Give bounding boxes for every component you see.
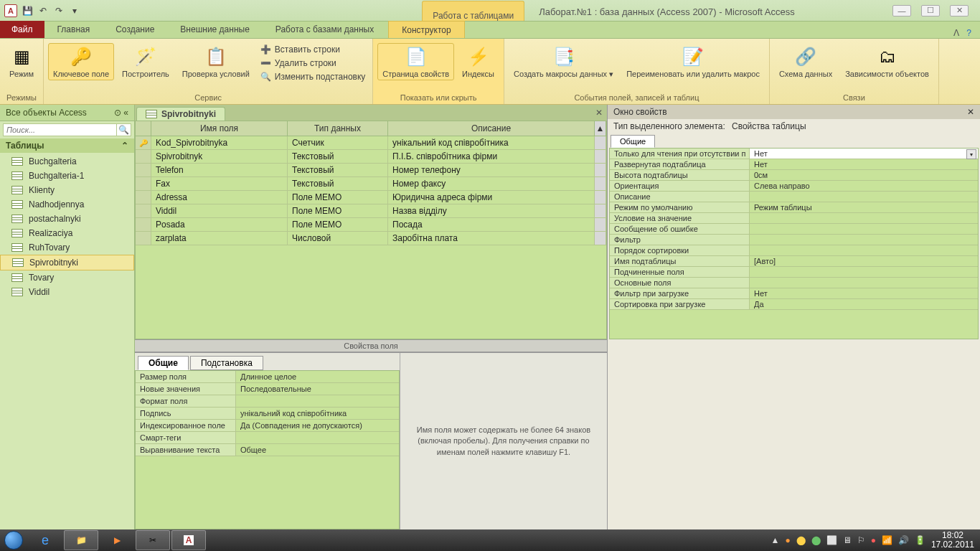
taskbar-explorer[interactable]: 📁	[64, 530, 98, 550]
modify-lookup-button[interactable]: 🔍Изменить подстановку	[258, 70, 368, 83]
dropdown-icon[interactable]: ▾	[966, 149, 976, 159]
undo-icon[interactable]: ↶	[37, 5, 49, 17]
fp-row[interactable]: Новые значенияПоследовательные	[136, 383, 399, 395]
field-row[interactable]: 🔑Kod_SpivrobitnykaСчетчикунікальний код …	[136, 136, 606, 150]
relationships-button[interactable]: 🔗 Схема данных	[774, 43, 837, 80]
search-input[interactable]	[3, 123, 117, 136]
pw-row[interactable]: Описание	[610, 192, 978, 202]
pw-row[interactable]: Развернутая подтаблицаНет	[610, 159, 978, 170]
save-icon[interactable]: 💾	[22, 5, 33, 17]
dependencies-button[interactable]: 🗂 Зависимости объектов	[840, 43, 934, 80]
property-sheet-button[interactable]: 📄 Страница свойств	[377, 43, 454, 80]
nav-item-klienty[interactable]: Klienty	[0, 183, 134, 197]
tray-icon[interactable]: 🖥	[843, 535, 852, 545]
qat-dropdown-icon[interactable]: ▾	[69, 5, 80, 17]
pw-row[interactable]: Высота подтаблицы0см	[610, 170, 978, 181]
create-macros-button[interactable]: 📑 Создать макросы данных ▾	[509, 43, 618, 80]
tray-icon[interactable]: ●	[871, 535, 876, 545]
battery-icon[interactable]: 🔋	[915, 535, 925, 545]
tray-icon[interactable]: ⬤	[811, 535, 821, 545]
tray-icon[interactable]: ⬤	[796, 535, 806, 545]
clock[interactable]: 18:02 17.02.2011	[931, 531, 974, 550]
pw-row[interactable]: Порядок сортировки	[610, 245, 978, 256]
fp-row[interactable]: Формат поля	[136, 395, 399, 408]
taskbar-ie[interactable]: e	[28, 530, 62, 550]
nav-item-tovary[interactable]: Tovary	[0, 270, 134, 285]
nav-item-nadhodjennya[interactable]: Nadhodjennya	[0, 197, 134, 212]
nav-section-tables[interactable]: Таблицы ⌃	[0, 138, 134, 153]
pw-row[interactable]: Условие на значение	[610, 213, 978, 224]
close-button[interactable]: ✕	[950, 5, 969, 17]
pw-grid[interactable]: Только для чтения при отсутствии пНет▾Ра…	[609, 148, 979, 339]
field-row[interactable]: TelefonТекстовыйНомер телефону	[136, 164, 606, 177]
pw-row[interactable]: Подчиненные поля	[610, 267, 978, 278]
tray-icon[interactable]: ⚐	[857, 535, 865, 545]
taskbar-snip[interactable]: ✂	[136, 530, 170, 550]
close-icon[interactable]: ✕	[967, 107, 974, 117]
tray-icon[interactable]: ⬜	[826, 535, 837, 545]
close-tab-icon[interactable]: ✕	[595, 108, 603, 118]
indexes-button[interactable]: ⚡ Индексы	[457, 43, 499, 80]
minimize-ribbon-icon[interactable]: ᐱ	[953, 28, 959, 38]
tab-home[interactable]: Главная	[44, 21, 103, 38]
taskbar-access[interactable]: A	[171, 530, 206, 550]
scroll-up-icon[interactable]: ▲	[595, 121, 606, 136]
pw-row[interactable]: Основные поля	[610, 278, 978, 288]
pw-row[interactable]: Фильтр	[610, 235, 978, 245]
grid-blank[interactable]	[136, 245, 606, 339]
help-icon[interactable]: ?	[966, 28, 971, 38]
primary-key-button[interactable]: 🔑 Ключевое поле	[48, 43, 114, 80]
nav-item-ruhtovary[interactable]: RuhTovary	[0, 240, 134, 255]
fp-tab-lookup[interactable]: Подстановка	[190, 356, 263, 370]
nav-item-spivrobitnyki[interactable]: Spivrobitnyki	[0, 255, 134, 270]
doc-tab-spivrobitnyki[interactable]: Spivrobitnyki	[136, 107, 225, 121]
delete-rows-button[interactable]: ➖Удалить строки	[258, 57, 368, 70]
redo-icon[interactable]: ↷	[53, 5, 65, 17]
fp-row[interactable]: Смарт-теги	[136, 432, 399, 444]
file-tab[interactable]: Файл	[0, 21, 44, 38]
search-icon[interactable]: 🔍	[117, 123, 131, 136]
pw-tab-general[interactable]: Общие	[611, 135, 655, 148]
start-button[interactable]	[0, 529, 27, 551]
pw-row[interactable]: Сообщение об ошибке	[610, 224, 978, 235]
pw-row[interactable]: Сортировка при загрузкеДа	[610, 299, 978, 310]
nav-item-postachalnyki[interactable]: postachalnyki	[0, 212, 134, 226]
fp-row[interactable]: Размер поляДлинное целое	[136, 371, 399, 383]
network-icon[interactable]: 📶	[882, 535, 892, 545]
nav-item-buchgalteria[interactable]: Buchgalteria	[0, 154, 134, 169]
insert-rows-button[interactable]: ➕Вставить строки	[258, 43, 368, 56]
nav-header[interactable]: Все объекты Access ⊙ «	[0, 105, 134, 121]
validation-button[interactable]: 📋 Проверка условий	[177, 43, 255, 80]
rename-macro-button[interactable]: 📝 Переименовать или удалить макрос	[621, 43, 765, 80]
builder-button[interactable]: 🪄 Построитель	[117, 43, 174, 80]
nav-item-viddil[interactable]: Viddil	[0, 285, 134, 299]
field-row[interactable]: PosadaПоле МЕМОПосада	[136, 218, 606, 232]
field-row[interactable]: FaxТекстовыйНомер факсу	[136, 177, 606, 191]
field-row[interactable]: SpivrobitnykТекстовыйП.І.Б. співробітник…	[136, 150, 606, 164]
tab-database-tools[interactable]: Работа с базами данных	[263, 21, 387, 38]
pw-row[interactable]: Фильтр при загрузкеНет	[610, 288, 978, 299]
tab-design[interactable]: Конструктор	[388, 21, 464, 38]
fp-row[interactable]: Индексированное полеДа (Совпадения не до…	[136, 420, 399, 432]
fp-row[interactable]: Подписьунікальний код співробітника	[136, 408, 399, 420]
minimize-button[interactable]: —	[892, 5, 911, 17]
volume-icon[interactable]: 🔊	[898, 535, 909, 545]
pw-row[interactable]: Только для чтения при отсутствии пНет▾	[610, 149, 978, 159]
nav-collapse-icon[interactable]: ⊙ «	[114, 108, 128, 118]
taskbar-media[interactable]: ▶	[100, 530, 134, 550]
tray-icon[interactable]: ●	[785, 535, 790, 545]
field-row[interactable]: ViddilПоле МЕМОНазва відділу	[136, 204, 606, 218]
grid-body[interactable]: 🔑Kod_SpivrobitnykaСчетчикунікальний код …	[136, 136, 606, 245]
fp-grid[interactable]: Размер поляДлинное целоеНовые значенияПо…	[135, 370, 400, 529]
tab-external-data[interactable]: Внешние данные	[167, 21, 263, 38]
fp-tab-general[interactable]: Общие	[138, 356, 189, 370]
pw-row[interactable]: ОриентацияСлева направо	[610, 181, 978, 192]
view-button[interactable]: ▦ Режим	[4, 43, 39, 80]
nav-item-realizaciya[interactable]: Realizaciya	[0, 226, 134, 240]
pw-row[interactable]: Режим по умолчаниюРежим таблицы	[610, 202, 978, 213]
field-row[interactable]: zarplataЧисловойЗаробітна плата	[136, 232, 606, 245]
tray-icon[interactable]: ▲	[771, 535, 780, 545]
fp-row[interactable]: Выравнивание текстаОбщее	[136, 444, 399, 456]
field-row[interactable]: AdressaПоле МЕМОЮридична адреса фірми	[136, 191, 606, 204]
tab-create[interactable]: Создание	[103, 21, 167, 38]
